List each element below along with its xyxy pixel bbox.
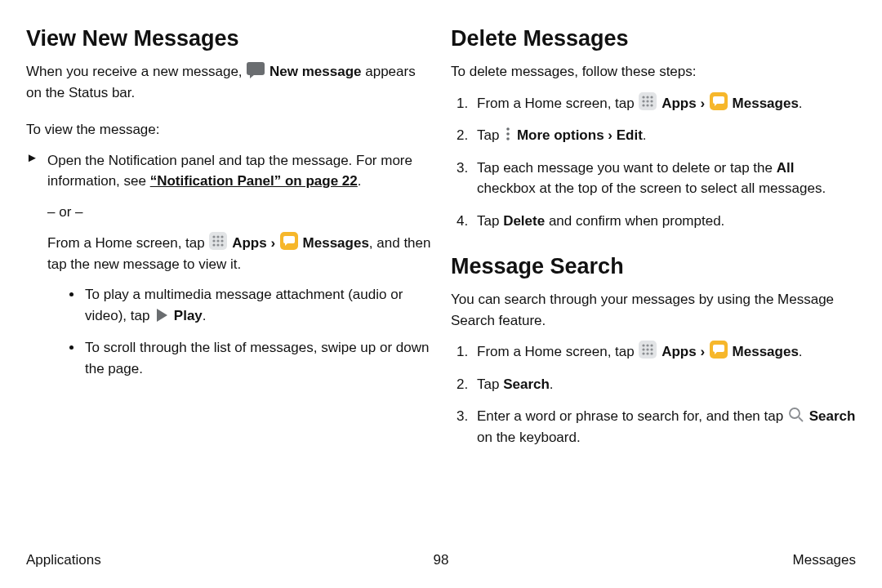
delete-step-3: Tap each message you want to delete or t… (472, 158, 856, 199)
svg-point-21 (647, 104, 649, 106)
search-intro: You can search through your messages by … (451, 289, 856, 331)
svg-rect-12 (283, 236, 295, 243)
svg-point-22 (651, 104, 653, 106)
svg-point-17 (643, 100, 645, 102)
play-icon (154, 308, 169, 323)
svg-point-27 (506, 137, 510, 140)
svg-point-14 (643, 96, 645, 98)
footer-right: Messages (579, 552, 856, 568)
delete-step-2: Tap More options › Edit. (472, 125, 856, 146)
svg-point-26 (506, 132, 510, 136)
search-icon (788, 407, 804, 423)
svg-point-30 (647, 344, 649, 346)
messages-icon (710, 92, 728, 110)
svg-point-19 (651, 100, 653, 102)
svg-point-18 (647, 100, 649, 102)
sub-bullet-play: To play a multimedia message attachment … (83, 284, 431, 326)
svg-point-16 (651, 96, 653, 98)
svg-point-40 (790, 408, 800, 418)
svg-point-29 (643, 344, 645, 346)
svg-point-36 (647, 352, 649, 354)
heading-view-new-messages: View New Messages (26, 26, 431, 51)
left-column: View New Messages When you receive a new… (26, 26, 431, 544)
arrow-list-item: ► Open the Notification panel and tap th… (26, 150, 431, 391)
delete-intro: To delete messages, follow these steps: (451, 61, 856, 82)
right-column: Delete Messages To delete messages, foll… (451, 26, 856, 544)
svg-point-25 (506, 127, 510, 131)
svg-rect-0 (247, 62, 265, 75)
sub-bullet-scroll: To scroll through the list of messages, … (83, 337, 431, 379)
footer-left: Applications (26, 552, 303, 568)
apps-icon (639, 92, 657, 110)
view-lead: To view the message: (26, 119, 431, 140)
new-message-icon (247, 62, 265, 78)
more-options-icon (504, 126, 512, 142)
apps-icon (639, 341, 657, 359)
heading-delete-messages: Delete Messages (451, 26, 856, 51)
delete-step-4: Tap Delete and confirm when prompted. (472, 211, 856, 232)
home-screen-step: From a Home screen, tap Apps › Messages,… (47, 232, 431, 274)
svg-point-8 (213, 243, 216, 246)
svg-point-9 (217, 243, 220, 246)
search-step-1: From a Home screen, tap Apps › Messages. (472, 341, 856, 363)
svg-point-6 (217, 239, 220, 242)
svg-point-34 (651, 348, 653, 350)
messages-icon (280, 232, 298, 250)
svg-rect-39 (713, 345, 724, 352)
svg-point-35 (643, 352, 645, 354)
open-notification-step: Open the Notification panel and tap the … (47, 150, 431, 192)
svg-point-37 (651, 352, 653, 354)
search-step-3: Enter a word or phrase to search for, an… (472, 406, 856, 448)
svg-point-7 (221, 239, 224, 242)
notification-panel-link[interactable]: “Notification Panel” on page 22 (150, 173, 358, 189)
svg-point-32 (643, 348, 645, 350)
svg-point-5 (213, 239, 216, 242)
heading-message-search: Message Search (451, 254, 856, 279)
delete-step-1: From a Home screen, tap Apps › Messages. (472, 92, 856, 114)
apps-icon (209, 232, 227, 250)
or-separator: – or – (47, 202, 431, 223)
svg-point-15 (647, 96, 649, 98)
svg-point-20 (643, 104, 645, 106)
svg-point-31 (651, 344, 653, 346)
svg-point-4 (221, 235, 224, 238)
page-footer: Applications 98 Messages (26, 544, 856, 568)
search-step-2: Tap Search. (472, 374, 856, 395)
svg-point-3 (217, 235, 220, 238)
footer-page-number: 98 (303, 552, 580, 568)
svg-line-41 (799, 417, 803, 421)
svg-point-10 (221, 243, 224, 246)
svg-rect-24 (713, 96, 724, 104)
messages-icon (710, 341, 728, 359)
arrow-marker: ► (26, 150, 47, 391)
svg-point-33 (647, 348, 649, 350)
svg-point-2 (213, 235, 216, 238)
intro-paragraph: When you receive a new message, New mess… (26, 61, 431, 103)
